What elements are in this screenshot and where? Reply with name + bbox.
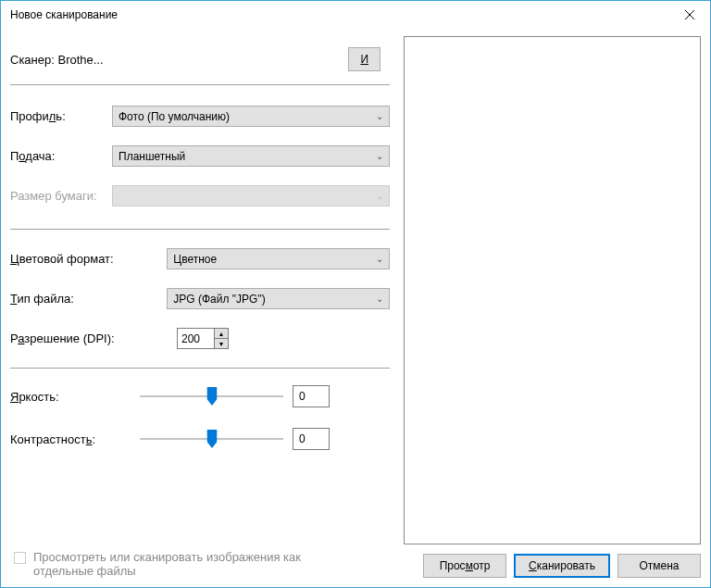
- file-type-label: Тип файла:: [10, 292, 167, 306]
- slider-thumb[interactable]: [206, 387, 217, 406]
- scan-button[interactable]: Сканировать: [514, 554, 610, 578]
- dpi-input[interactable]: [177, 328, 214, 349]
- chevron-down-icon: ⌄: [376, 191, 383, 201]
- dpi-spinner[interactable]: ▲ ▼: [177, 328, 229, 349]
- paper-size-select: ⌄: [112, 185, 390, 206]
- scan-dialog: Новое сканирование Сканер: Brothe... И П…: [0, 0, 711, 588]
- svg-marker-1: [206, 430, 217, 448]
- source-label: Подача:: [10, 149, 112, 163]
- change-scanner-button[interactable]: И: [348, 47, 380, 71]
- scanner-label: Сканер: Brothe...: [10, 53, 104, 67]
- dpi-down-button[interactable]: ▼: [214, 338, 229, 349]
- brightness-slider[interactable]: [140, 387, 283, 406]
- profile-label: Профиль:: [10, 109, 112, 123]
- color-format-select[interactable]: Цветное ⌄: [167, 248, 390, 269]
- chevron-down-icon: ⌄: [376, 111, 383, 121]
- profile-select[interactable]: Фото (По умолчанию) ⌄: [112, 106, 390, 127]
- separate-files-label: Просмотреть или сканировать изображения …: [33, 550, 311, 578]
- dialog-footer: Просмотр Сканировать Отмена: [404, 544, 701, 578]
- contrast-label: Контрастность:: [10, 432, 140, 446]
- dpi-up-button[interactable]: ▲: [214, 328, 229, 338]
- color-value: Цветное: [173, 253, 217, 266]
- brightness-label: Яркость:: [10, 390, 140, 404]
- contrast-slider[interactable]: [140, 430, 283, 448]
- close-button[interactable]: [668, 1, 710, 29]
- preview-button[interactable]: Просмотр: [423, 554, 506, 578]
- source-value: Планшетный: [118, 150, 185, 163]
- settings-panel: Сканер: Brothe... И Профиль: Фото (По ум…: [1, 29, 399, 587]
- svg-marker-0: [206, 387, 217, 406]
- chevron-down-icon: ⌄: [376, 294, 383, 304]
- separate-files-checkbox: [14, 552, 26, 564]
- chevron-down-icon: ⌄: [376, 151, 383, 161]
- filetype-value: JPG (Файл "JPG"): [173, 293, 265, 306]
- dpi-label: Разрешение (DPI):: [10, 332, 177, 345]
- window-title: Новое сканирование: [10, 8, 118, 21]
- close-icon: [685, 10, 694, 19]
- paper-size-label: Размер бумаги:: [10, 189, 112, 203]
- brightness-value[interactable]: 0: [293, 385, 330, 407]
- chevron-down-icon: ⌄: [376, 254, 383, 264]
- cancel-button[interactable]: Отмена: [617, 554, 701, 578]
- source-select[interactable]: Планшетный ⌄: [112, 145, 390, 167]
- titlebar: Новое сканирование: [1, 1, 710, 29]
- file-type-select[interactable]: JPG (Файл "JPG") ⌄: [167, 288, 390, 309]
- preview-area: [404, 36, 701, 544]
- contrast-value[interactable]: 0: [293, 428, 330, 450]
- slider-thumb[interactable]: [206, 430, 217, 448]
- profile-value: Фото (По умолчанию): [118, 110, 230, 123]
- color-format-label: Цветовой формат:: [10, 252, 167, 266]
